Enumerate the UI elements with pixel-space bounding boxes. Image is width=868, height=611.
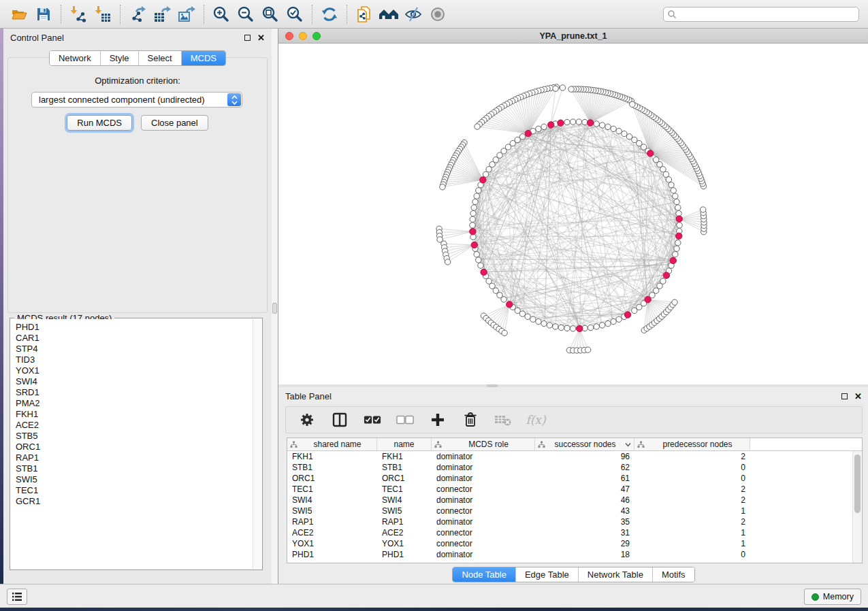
zoom-selected-button[interactable] [283,2,307,27]
refresh-button[interactable] [317,2,342,27]
table-cell[interactable]: dominator [432,473,535,484]
show-columns-button[interactable] [331,411,349,429]
table-cell[interactable]: 43 [535,506,634,516]
deselect-all-button[interactable] [396,411,414,429]
task-history-button[interactable] [7,589,27,605]
mcds-result-item[interactable]: TEC1 [16,485,253,496]
mcds-result-item[interactable]: FKH1 [16,409,253,420]
table-cell[interactable]: 2 [634,516,750,527]
tab-network[interactable]: Network [50,51,101,65]
hide-selected-button[interactable] [401,2,425,27]
table-cell[interactable]: 61 [535,473,634,484]
criterion-dropdown[interactable]: largest connected component (undirected) [31,92,242,108]
table-cell[interactable]: dominator [432,495,535,506]
table-cell[interactable]: dominator [432,462,535,473]
table-cell[interactable]: connector [432,484,535,495]
table-cell[interactable]: connector [432,506,535,516]
mcds-result-item[interactable]: SWI4 [16,376,253,387]
tab-node-table[interactable]: Node Table [453,567,516,582]
table-cell[interactable]: 1 [634,538,750,549]
table-row[interactable]: ACE2ACE2connector311 [287,527,852,538]
network-canvas[interactable] [278,44,868,384]
table-cell[interactable]: SWI5 [377,506,432,516]
show-all-button[interactable] [425,2,450,27]
export-image-button[interactable] [174,2,199,27]
table-cell[interactable]: 2 [634,484,750,495]
mcds-result-item[interactable]: PMA2 [16,398,253,409]
add-column-button[interactable] [429,411,447,429]
first-neighbors-button[interactable] [376,2,401,27]
mcds-result-item[interactable]: STB5 [16,431,253,442]
float-window-icon[interactable] [244,35,251,41]
tab-select[interactable]: Select [139,51,182,65]
tab-style[interactable]: Style [101,51,139,65]
scrollbar-thumb[interactable] [854,455,861,513]
table-cell[interactable]: 96 [535,451,634,462]
export-network-button[interactable] [125,2,150,27]
table-cell[interactable]: PHD1 [287,549,377,560]
import-network-button[interactable] [66,2,91,27]
table-row[interactable]: ORC1ORC1dominator610 [287,473,852,484]
table-cell[interactable]: 31 [535,527,634,538]
table-row[interactable]: YOX1YOX1connector291 [287,538,852,549]
table-cell[interactable]: 18 [535,549,634,560]
tab-network-table[interactable]: Network Table [579,567,653,582]
table-cell[interactable]: YOX1 [287,538,377,549]
table-cell[interactable]: 46 [535,495,634,506]
table-cell[interactable]: connector [432,538,535,549]
delete-column-button[interactable] [462,411,479,429]
mcds-result-item[interactable]: STB1 [16,463,253,474]
table-cell[interactable]: 62 [535,462,634,473]
table-cell[interactable]: FKH1 [287,451,377,462]
zoom-out-button[interactable] [234,2,258,27]
save-button[interactable] [31,2,56,27]
network-graph[interactable] [278,44,868,384]
table-cell[interactable]: 0 [634,549,750,560]
close-panel-icon[interactable]: ✕ [854,392,862,401]
close-panel-icon[interactable]: ✕ [257,33,265,42]
table-cell[interactable]: 2 [634,451,750,462]
tab-edge-table[interactable]: Edge Table [516,567,579,582]
table-scrollbar[interactable] [852,451,862,563]
table-cell[interactable]: TEC1 [377,484,432,495]
column-header-shared-name[interactable]: shared name [287,438,377,450]
function-builder-button[interactable]: f(x) [527,411,545,429]
table-cell[interactable]: ORC1 [287,473,377,484]
mcds-result-item[interactable]: PHD1 [16,322,253,333]
table-cell[interactable]: dominator [432,516,535,527]
splitter-handle[interactable] [272,303,277,314]
vertical-splitter[interactable] [272,29,278,584]
table-cell[interactable]: 1 [634,527,750,538]
mcds-result-item[interactable]: TID3 [16,354,253,365]
column-header-MCDS-role[interactable]: MCDS role [432,438,535,450]
mcds-result-item[interactable]: YOX1 [16,365,253,376]
table-cell[interactable]: 35 [535,516,634,527]
table-settings-button[interactable] [298,411,316,429]
network-window-titlebar[interactable]: YPA_prune.txt_1 [278,29,868,44]
table-cell[interactable]: connector [432,527,535,538]
table-cell[interactable]: ORC1 [377,473,432,484]
mcds-result-item[interactable]: ACE2 [16,420,253,431]
column-header-predecessor-nodes[interactable]: predecessor nodes [634,438,750,450]
delete-table-button[interactable] [494,411,512,429]
search-input[interactable] [663,7,859,22]
mcds-result-list[interactable]: PHD1CAR1STP4TID3YOX1SWI4SRD1PMA2FKH1ACE2… [11,319,253,569]
table-cell[interactable]: SWI4 [287,495,377,506]
table-cell[interactable]: STB1 [377,462,432,473]
tab-motifs[interactable]: Motifs [653,567,694,582]
mcds-result-item[interactable]: RAP1 [16,452,253,463]
table-cell[interactable]: SWI4 [377,495,432,506]
table-cell[interactable]: RAP1 [287,516,377,527]
table-cell[interactable]: STB1 [287,462,377,473]
export-table-button[interactable] [150,2,174,27]
float-window-icon[interactable] [841,393,848,399]
table-cell[interactable]: ACE2 [377,527,432,538]
open-button[interactable] [7,2,31,27]
table-cell[interactable]: 2 [634,495,750,506]
select-all-button[interactable] [364,411,381,429]
table-cell[interactable]: TEC1 [287,484,377,495]
table-cell[interactable]: 47 [535,484,634,495]
column-header-successor-nodes[interactable]: successor nodes [535,438,634,450]
table-row[interactable]: FKH1FKH1dominator962 [287,451,852,462]
column-header-name[interactable]: name [377,438,432,450]
